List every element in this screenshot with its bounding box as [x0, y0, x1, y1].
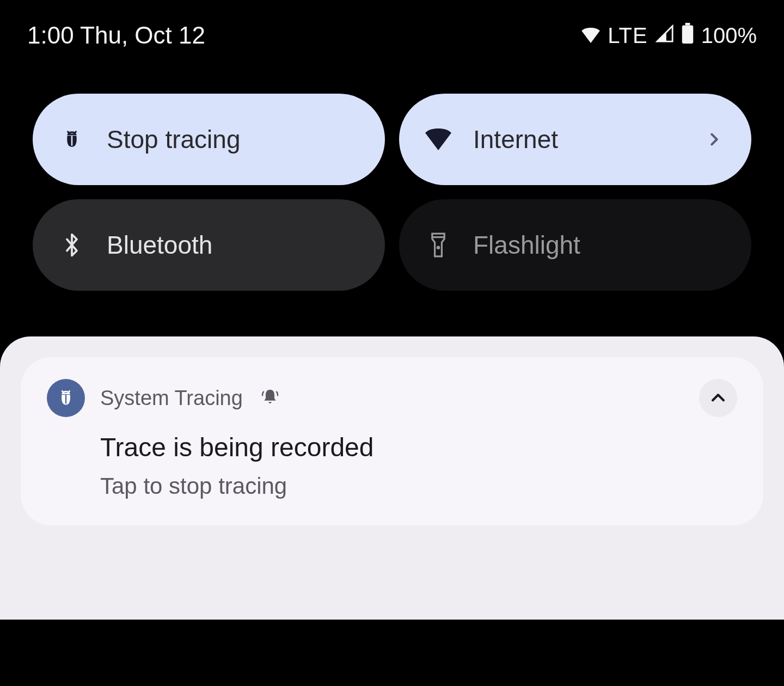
tile-label: Bluetooth	[107, 230, 359, 260]
wifi-icon	[425, 126, 451, 152]
status-bar: 1:00 Thu, Oct 12 LTE 100%	[0, 0, 784, 65]
chevron-up-icon	[709, 389, 727, 407]
battery-percent: 100%	[701, 23, 757, 48]
svg-rect-1	[682, 25, 693, 44]
flashlight-icon	[425, 232, 451, 258]
notification-header: System Tracing	[47, 379, 737, 417]
system-tracing-notification[interactable]: System Tracing Trace is being recorded T…	[21, 357, 763, 525]
notification-title: Trace is being recorded	[100, 432, 737, 462]
notification-subtitle: Tap to stop tracing	[100, 473, 737, 499]
notification-body: Trace is being recorded Tap to stop trac…	[47, 417, 737, 499]
status-indicators: LTE 100%	[581, 23, 757, 48]
tile-label: Flashlight	[473, 230, 725, 260]
stop-tracing-tile[interactable]: Stop tracing	[33, 94, 385, 185]
tile-label: Internet	[473, 125, 682, 154]
svg-rect-0	[685, 23, 690, 25]
cellular-signal-icon	[656, 23, 674, 48]
network-type: LTE	[608, 23, 647, 48]
svg-point-4	[437, 247, 439, 248]
bug-icon	[59, 126, 85, 152]
quick-settings-tiles: Stop tracing Internet Bluetooth Flashlig…	[0, 65, 784, 291]
svg-rect-2	[71, 136, 73, 145]
svg-rect-5	[65, 395, 66, 404]
bell-ringing-icon	[261, 388, 279, 408]
status-time-date: 1:00 Thu, Oct 12	[27, 22, 205, 49]
flashlight-tile[interactable]: Flashlight	[399, 199, 751, 291]
bluetooth-tile[interactable]: Bluetooth	[33, 199, 385, 291]
internet-tile[interactable]: Internet	[399, 94, 751, 185]
bug-icon	[47, 379, 85, 417]
chevron-right-icon	[703, 128, 725, 150]
tile-label: Stop tracing	[107, 125, 359, 154]
wifi-icon	[581, 23, 600, 48]
notification-app-name: System Tracing	[100, 387, 243, 410]
battery-icon	[682, 23, 694, 48]
collapse-button[interactable]	[699, 379, 737, 417]
bluetooth-icon	[59, 232, 85, 258]
notification-shade: System Tracing Trace is being recorded T…	[0, 336, 784, 620]
